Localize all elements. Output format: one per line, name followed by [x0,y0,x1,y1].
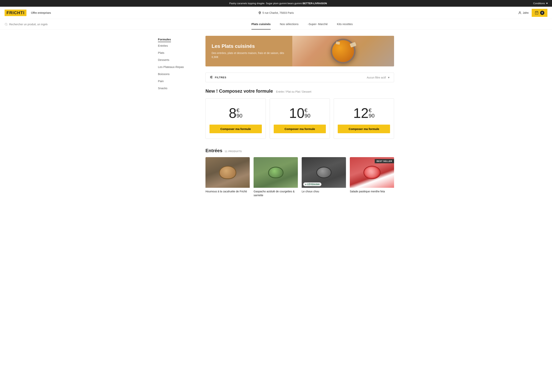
sidebar-item-entrees[interactable]: Entrées [158,42,196,49]
product-card-2[interactable]: Gaspacho acidulé de courgettes & sarriet… [254,157,298,198]
sidebar: Formules Entrées Plats Desserts Les Plat… [158,36,196,198]
product-name-3: Le choux chou [302,188,346,194]
location-icon [258,11,261,14]
entrees-section-header: Entrées 11 PRODUITS [205,148,394,153]
price-display-3: 12 € 90 [353,106,375,120]
product-image-1 [205,157,250,188]
product-name-2: Gaspacho acidulé de courgettes & sarriet… [254,188,298,198]
price-euro-3: € [369,108,372,113]
filters-active[interactable]: Aucun filtre actif ▼ [367,76,390,79]
price-euro-1: € [237,108,240,113]
filters-active-label: Aucun filtre actif [367,76,386,79]
banner-highlight: BETTER-LIVRAISON [302,2,327,5]
product-card-4[interactable]: BEST SELLER Salade pastèque menthe feta [350,157,394,198]
sidebar-item-desserts[interactable]: Desserts [158,56,196,63]
formule-subtitle: Entrée / Plat ou Plat / Dessert [276,90,311,93]
top-banner: Pastry caramels topping dragée. Sugar pl… [0,0,552,7]
sidebar-item-snacks[interactable]: Snacks [158,84,196,92]
brand-name-3: CÔTÉSUSHI [307,183,320,185]
search-icon [5,23,8,26]
formula-card-3[interactable]: 12 € 90 Composer ma formule [334,98,394,139]
svg-point-3 [5,23,7,25]
price-main-3: 12 [353,106,369,120]
price-cents-1: 90 [237,113,242,119]
nav-nos-selections[interactable]: Nos sélections [280,19,299,29]
cart-icon [535,11,538,15]
filters-bar[interactable]: FILTRES Aucun filtre actif ▼ [205,73,394,82]
hero-image [292,36,394,66]
price-display-2: 10 € 90 [289,106,310,120]
cart-button[interactable]: 0 [532,9,547,17]
price-cents-3: 90 [369,113,375,119]
main-nav: Plats cuisinés Nos sélections -Super- Ma… [0,19,552,30]
sidebar-item-pain[interactable]: Pain [158,77,196,84]
cart-count: 0 [540,11,544,15]
compose-button-1[interactable]: Composer ma formule [210,125,262,133]
svg-point-1 [519,12,520,13]
brand-icon: ● [305,183,306,185]
nav-super-marche[interactable]: -Super- Marché [308,19,327,29]
sidebar-item-formules[interactable]: Formules [158,36,171,42]
conditions-label: Conditions [533,2,545,5]
banner-message: Pastry caramels topping dragée. Sugar pl… [229,2,302,5]
hero-food-visual [292,36,394,66]
product-name-1: Houmous à la cacahuète de Frichti [205,188,250,194]
header-right: John 0 [518,9,547,17]
product-card-3[interactable]: ● CÔTÉSUSHI Le choux chou [302,157,346,198]
product-image-2 [254,157,298,188]
svg-line-4 [7,25,7,25]
svg-point-10 [212,78,212,78]
filters-label-area[interactable]: FILTRES [210,75,226,79]
product-card-1[interactable]: Houmous à la cacahuète de Frichti [205,157,250,198]
price-euro-2: € [304,108,307,113]
address-text: 5 rue Charlot, 75003 Paris [262,11,294,14]
entrees-title: Entrées [205,148,222,153]
main-layout: Formules Entrées Plats Desserts Les Plat… [153,30,399,204]
nav-plats-cuisines[interactable]: Plats cuisinés [251,19,271,29]
price-sup-2: € 90 [304,106,310,119]
formula-card-1[interactable]: 8 € 90 Composer ma formule [205,98,266,139]
price-cents-2: 90 [304,113,310,119]
user-icon [518,11,522,15]
main-content: Les Plats cuisinés Des entrées, plats et… [205,36,394,198]
price-sup-3: € 90 [369,106,375,119]
product-image-3: ● CÔTÉSUSHI [302,157,346,188]
price-sup-1: € 90 [237,106,242,119]
search-area[interactable] [5,23,51,26]
hero-text: Les Plats cuisinés Des entrées, plats et… [205,36,292,66]
address-display[interactable]: 5 rue Charlot, 75003 Paris [258,11,294,14]
chevron-down-icon: ▼ [387,76,390,79]
formula-cards: 8 € 90 Composer ma formule 10 € 90 [205,98,394,139]
product-grid: Houmous à la cacahuète de Frichti Gaspac… [205,157,394,198]
hero-title: Les Plats cuisinés [212,43,286,49]
sidebar-item-plats[interactable]: Plats [158,49,196,56]
conditions-button[interactable]: Conditions ▼ [533,2,548,5]
logo[interactable]: FRICHTI [5,10,26,16]
product-name-4: Salade pastèque menthe feta [350,188,394,194]
nav-links: Plats cuisinés Nos sélections -Super- Ma… [57,19,547,29]
user-menu[interactable]: John [518,11,529,15]
filters-label: FILTRES [215,76,226,79]
formule-section-header: New ! Composez votre formule Entrée / Pl… [205,88,394,94]
compose-button-3[interactable]: Composer ma formule [338,125,390,133]
search-input[interactable] [9,23,48,26]
price-main-1: 8 [229,106,237,120]
filter-icon [210,75,213,79]
svg-point-9 [211,77,211,77]
banner-text: Pastry caramels topping dragée. Sugar pl… [23,2,533,5]
price-main-2: 10 [289,106,304,120]
brand-badge-3: ● CÔTÉSUSHI [303,182,321,186]
nav-kits-recettes[interactable]: Kits recettes [337,19,353,29]
best-seller-badge-4: BEST SELLER [375,159,394,163]
hero-banner: Les Plats cuisinés Des entrées, plats et… [205,36,394,66]
svg-point-8 [212,76,212,77]
user-name: John [523,11,529,14]
compose-button-2[interactable]: Composer ma formule [274,125,326,133]
sidebar-item-boissons[interactable]: Boissons [158,70,196,77]
sidebar-item-plateaux-repas[interactable]: Les Plateaux-Repas [158,63,196,70]
offre-entreprises[interactable]: Offre entreprises [31,11,51,14]
formula-card-2[interactable]: 10 € 90 Composer ma formule [270,98,330,139]
product-image-4: BEST SELLER [350,157,394,188]
hero-description: Des entrées, plats et desserts maison, f… [212,51,286,59]
price-display-1: 8 € 90 [229,106,242,120]
